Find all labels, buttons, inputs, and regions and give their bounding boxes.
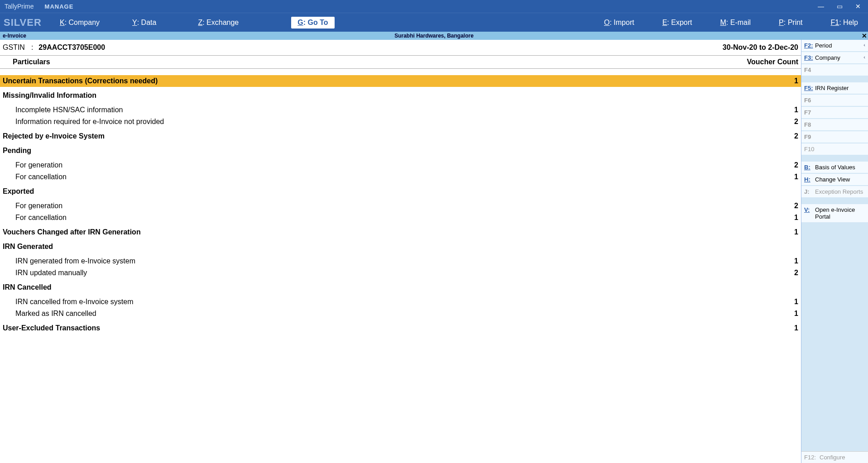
close-icon[interactable]: ✕: [855, 3, 861, 10]
context-left: e-Invoice: [0, 33, 26, 39]
side-basis-values[interactable]: B: Basis of Values: [801, 162, 868, 173]
side-open-einvoice-portal[interactable]: V: Open e-Invoice Portal: [801, 204, 868, 223]
row-pending-header[interactable]: Pending: [0, 142, 801, 157]
menu-data[interactable]: Y: Data: [125, 13, 163, 32]
row-irn-can-header[interactable]: IRN Cancelled: [0, 279, 801, 293]
chevron-left-icon: ‹: [863, 54, 865, 60]
row-exported-can[interactable]: For cancellation 1: [0, 212, 801, 224]
row-exported-header[interactable]: Exported: [0, 183, 801, 197]
gstin-row: GSTIN : 29AACCT3705E000 30-Nov-20 to 2-D…: [0, 40, 801, 55]
context-bar: e-Invoice Surabhi Hardwares, Bangalore ✕: [0, 32, 868, 40]
menu-import[interactable]: O: Import: [597, 13, 642, 32]
row-irn-gen-man[interactable]: IRN updated manually 2: [0, 267, 801, 279]
row-pending-gen[interactable]: For generation 2: [0, 159, 801, 171]
side-f12-configure[interactable]: F12: Configure: [801, 451, 868, 463]
side-f5-irn-register[interactable]: F5: IRN Register: [801, 82, 868, 94]
menu-print[interactable]: P: Print: [772, 13, 810, 32]
menu-company[interactable]: K: Company: [53, 13, 107, 32]
side-f3-company[interactable]: F3: Company ‹: [801, 52, 868, 64]
side-f2-period[interactable]: F2: Period ‹: [801, 40, 868, 52]
menu-export[interactable]: E: Export: [655, 13, 700, 32]
minimize-icon[interactable]: —: [818, 3, 824, 10]
menu-goto[interactable]: G: Go To: [291, 17, 334, 29]
menu-help[interactable]: F1: Help: [824, 13, 865, 32]
row-einv-info[interactable]: Information required for e-Invoice not p…: [0, 116, 801, 128]
row-irn-gen-header[interactable]: IRN Generated: [0, 238, 801, 253]
main-panel: GSTIN : 29AACCT3705E000 30-Nov-20 to 2-D…: [0, 40, 801, 463]
table-headers: Particulars Voucher Count: [0, 55, 801, 69]
row-rejected[interactable]: Rejected by e-Invoice System 2: [0, 128, 801, 142]
side-change-view[interactable]: H: Change View: [801, 174, 868, 186]
side-f7: F7: [801, 107, 868, 119]
edition-label: SILVER: [3, 17, 53, 29]
gstin-label: GSTIN: [3, 43, 25, 52]
menu-exchange[interactable]: Z: Exchange: [191, 13, 246, 32]
menu-email[interactable]: M: E-mail: [713, 13, 758, 32]
chevron-left-icon: ‹: [863, 42, 865, 48]
side-f10: F10: [801, 143, 868, 155]
manage-label[interactable]: MANAGE: [45, 3, 74, 10]
row-user-excluded[interactable]: User-Excluded Transactions 1: [0, 320, 801, 334]
report-body: Uncertain Transactions (Corrections need…: [0, 69, 801, 463]
header-particulars: Particulars: [3, 58, 50, 66]
side-f4: F4: [801, 64, 868, 76]
side-exception-reports: J: Exception Reports: [801, 186, 868, 198]
row-irn-gen-sys[interactable]: IRN generated from e-Invoice system 1: [0, 255, 801, 267]
row-missing-header[interactable]: Missing/Invalid Information: [0, 87, 801, 101]
row-irn-can-mark[interactable]: Marked as IRN cancelled 1: [0, 308, 801, 320]
side-f6: F6: [801, 95, 868, 106]
context-close-icon[interactable]: ✕: [862, 32, 867, 39]
row-irn-can-sys[interactable]: IRN cancelled from e-Invoice system 1: [0, 296, 801, 308]
side-panel: F2: Period ‹ F3: Company ‹ F4 F5: IRN Re…: [801, 40, 868, 463]
row-exported-gen[interactable]: For generation 2: [0, 200, 801, 212]
row-hsn[interactable]: Incomplete HSN/SAC information 1: [0, 104, 801, 116]
date-range: 30-Nov-20 to 2-Dec-20: [723, 43, 798, 52]
menubar: SILVER K: Company Y: Data Z: Exchange G:…: [0, 13, 868, 32]
gstin-value: 29AACCT3705E000: [38, 43, 105, 52]
side-f9: F9: [801, 131, 868, 143]
product-name: TallyPrime: [3, 3, 34, 10]
side-f8: F8: [801, 119, 868, 131]
row-uncertain[interactable]: Uncertain Transactions (Corrections need…: [0, 75, 801, 87]
header-voucher-count: Voucher Count: [747, 58, 798, 66]
maximize-icon[interactable]: ▭: [837, 3, 843, 10]
row-changed[interactable]: Vouchers Changed after IRN Generation 1: [0, 224, 801, 238]
titlebar: TallyPrime MANAGE — ▭ ✕: [0, 0, 868, 13]
window-controls: — ▭ ✕: [818, 3, 865, 10]
row-pending-can[interactable]: For cancellation 1: [0, 171, 801, 183]
context-center: Surabhi Hardwares, Bangalore: [394, 33, 474, 39]
